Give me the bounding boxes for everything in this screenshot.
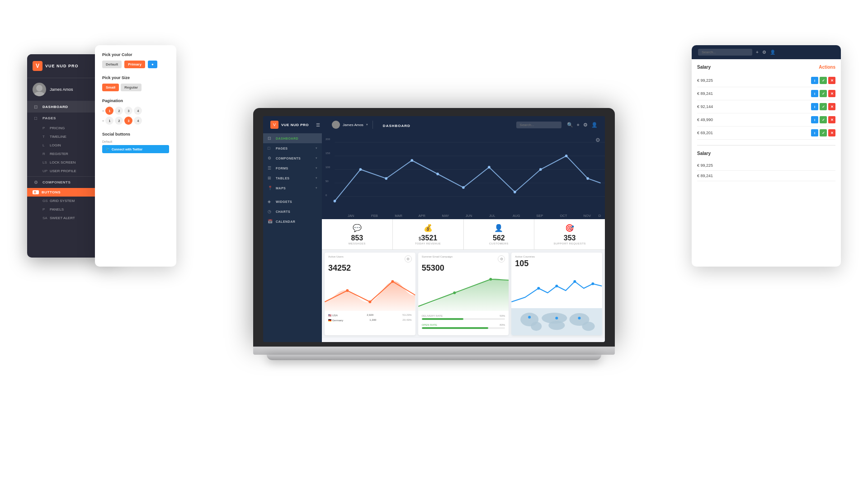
edit-button[interactable]: ✓: [820, 90, 827, 97]
edit-button[interactable]: ✓: [820, 116, 827, 123]
main-dashboard: V VUE NUD PRO ☰ James Amos ▾ DASHBOARD: [263, 116, 605, 342]
pagination-row-2: « 1 2 3 4: [102, 117, 169, 125]
default-color-button[interactable]: Default: [102, 61, 122, 68]
delete-button[interactable]: ✕: [828, 129, 835, 136]
delete-button[interactable]: ✕: [828, 116, 835, 123]
svg-text:FEB: FEB: [371, 214, 378, 218]
dashboard-brand-icon: V: [270, 121, 278, 129]
dashboard-brand-name: VUE NUD PRO: [281, 123, 309, 127]
svg-point-34: [489, 278, 492, 281]
svg-point-30: [346, 289, 349, 292]
stat-label-support: SUPPORT REQUESTS: [553, 242, 585, 245]
active-users-value: 34252: [325, 263, 415, 275]
dash-nav-label: TABLES: [276, 177, 289, 180]
germany-row: 🇩🇪 Germany 1,300 20.43%: [325, 318, 415, 323]
stat-label-messages: MESSAGES: [349, 242, 366, 245]
mini-chart-active-countries: Active Countries 105: [511, 253, 602, 335]
page-btn-4[interactable]: 4: [134, 107, 142, 115]
search-icon[interactable]: 🔍: [567, 122, 573, 128]
edit-button[interactable]: ✓: [820, 129, 827, 136]
scene: V VUE NUD PRO James Amos ▾ ⊡ DASHBOARD □: [0, 0, 868, 488]
page-btn-2-4[interactable]: 4: [134, 117, 142, 125]
user-icon[interactable]: 👤: [591, 122, 598, 128]
open-rate-bar: [422, 327, 505, 329]
chart-y-label: 0: [326, 194, 330, 197]
delete-button[interactable]: ✕: [828, 77, 835, 84]
sidebar-item-label: COMPONENTS: [42, 180, 71, 184]
svg-point-7: [334, 200, 336, 202]
dash-nav-tables[interactable]: ⊞ TABLES ▾: [263, 173, 322, 183]
user-icon[interactable]: 👤: [770, 50, 775, 55]
primary-color-button[interactable]: Primary: [124, 61, 145, 68]
small-size-button[interactable]: Small: [102, 84, 119, 91]
settings-icon[interactable]: ⚙: [762, 50, 766, 55]
settings-icon[interactable]: ⚙: [583, 122, 588, 128]
dash-nav-charts[interactable]: ◷ CHARTS: [263, 206, 322, 216]
blue-color-button[interactable]: ●: [148, 61, 157, 68]
twitter-connect-button[interactable]: 🐦 Connect with Twitter: [102, 145, 169, 153]
dashboard-search-input[interactable]: [516, 122, 561, 128]
delete-button[interactable]: ✕: [828, 90, 835, 97]
dash-nav-widgets[interactable]: ◈ WIDGETS: [263, 197, 322, 206]
page-btn-3[interactable]: 3: [124, 107, 132, 115]
regular-size-button[interactable]: Regular: [121, 84, 142, 91]
customers-icon: 👤: [494, 224, 503, 232]
email-campaign-settings[interactable]: ⚙: [498, 255, 505, 263]
page-btn-1[interactable]: 1: [105, 107, 113, 115]
info-button[interactable]: i: [811, 77, 818, 84]
stat-value-customers: 562: [493, 234, 505, 242]
svg-point-48: [578, 317, 581, 319]
color-buttons-group: Default Primary ●: [102, 61, 169, 68]
components-icon: ⚙: [33, 180, 39, 185]
mini-chart-email-campaign: Summer Email Campaign ⚙ 55300: [418, 253, 509, 335]
page-btn-2-2[interactable]: 2: [115, 117, 123, 125]
pages-icon: □: [33, 116, 39, 121]
revenue-icon: 💰: [424, 224, 433, 232]
page-btn-2-3[interactable]: 3: [124, 117, 132, 125]
dash-nav-label: DASHBOARD: [276, 137, 298, 140]
prev-arrow[interactable]: «: [102, 109, 104, 113]
page-btn-2-1[interactable]: 1: [105, 117, 113, 125]
mini-chart-header-users: Active Users ⚙: [325, 253, 415, 263]
dash-nav-maps[interactable]: 📍 MAPS ▾: [263, 183, 322, 193]
sidebar-item-label: BUTTONS: [42, 190, 61, 194]
prev-arrow-2[interactable]: «: [102, 119, 104, 123]
table-row: € 69,201 i ✓ ✕: [697, 127, 835, 140]
edit-button[interactable]: ✓: [820, 77, 827, 84]
salary-header: Salary Actions: [697, 65, 835, 70]
chevron-icon: ▾: [316, 166, 317, 170]
right-search-input[interactable]: [698, 49, 752, 56]
info-button[interactable]: i: [811, 103, 818, 110]
delete-button[interactable]: ✕: [828, 103, 835, 110]
info-button[interactable]: i: [811, 90, 818, 97]
delivery-rate-label: DELIVERY RATE: [422, 314, 443, 317]
plus-icon[interactable]: +: [756, 50, 759, 55]
dash-nav-dashboard[interactable]: ⊡ DASHBOARD: [263, 133, 322, 143]
salary-value: € 69,201: [697, 131, 713, 135]
dash-nav-calendar[interactable]: 📅 CALENDAR: [263, 216, 322, 226]
main-line-chart: JAN FEB MAR APR MAY JUN JUL AUG SEP OC: [322, 133, 605, 219]
dash-nav-components[interactable]: ⚙ COMPONENTS ▾: [263, 153, 322, 163]
dash-user-dropdown[interactable]: James Amos ▾: [327, 121, 373, 129]
edit-button[interactable]: ✓: [820, 103, 827, 110]
svg-point-10: [410, 159, 413, 162]
notifications-icon[interactable]: +: [577, 122, 580, 127]
chevron-down-icon: ▾: [366, 123, 368, 127]
dashboard-body: ⊡ DASHBOARD □ PAGES ▾ ⚙ COMPONENTS: [263, 133, 605, 342]
stats-row: 💬 853 MESSAGES 💰 $3521 TODAY REVENUE: [322, 219, 605, 250]
email-campaign-chart: [418, 275, 509, 311]
svg-point-35: [538, 287, 540, 290]
salary-column-label: Salary: [697, 65, 711, 70]
dash-nav-forms[interactable]: ☰ FORMS ▾: [263, 163, 322, 173]
dash-nav-pages[interactable]: □ PAGES ▾: [263, 143, 322, 153]
dash-menu-icon[interactable]: ☰: [316, 122, 320, 127]
info-button[interactable]: i: [811, 129, 818, 136]
world-map-svg: [511, 308, 602, 335]
dash-page-title: DASHBOARD: [383, 121, 511, 129]
right-panel-header: + ⚙ 👤: [692, 45, 841, 59]
active-users-settings[interactable]: ⚙: [405, 255, 412, 263]
chart-settings-icon[interactable]: ⚙: [595, 137, 600, 143]
page-btn-2[interactable]: 2: [115, 107, 123, 115]
twitter-icon: 🐦: [106, 147, 110, 151]
info-button[interactable]: i: [811, 116, 818, 123]
